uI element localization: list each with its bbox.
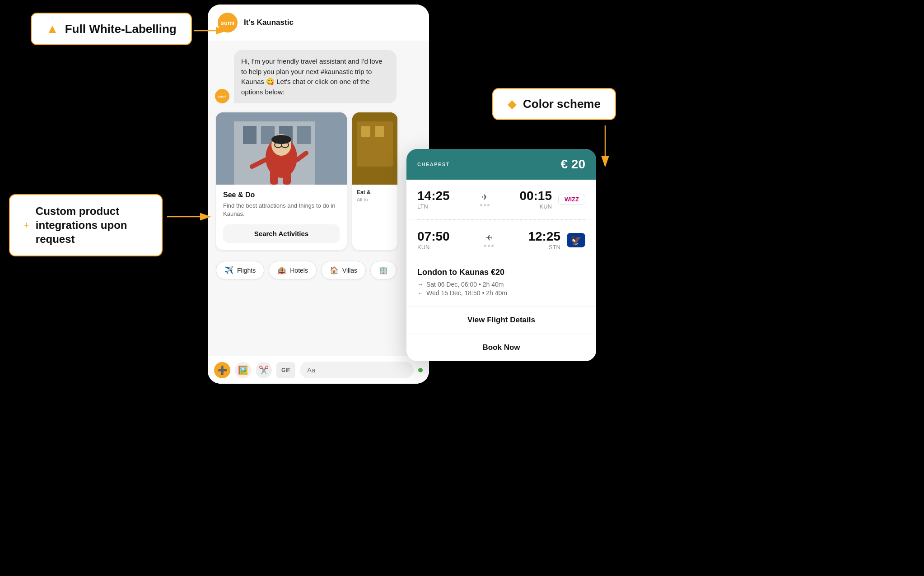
activity-card-partial-image [352, 112, 397, 185]
outbound-arrive-airport: KUN [516, 203, 552, 210]
flight-card-header: CHEAPEST € 20 [406, 149, 596, 180]
bot-avatar-small: sumi [215, 89, 229, 103]
chat-header: sumi It's Kaunastic [208, 5, 429, 41]
activity-card-body: See & Do Find the best attractions and t… [216, 185, 347, 250]
return-airline-logo: 🦅 [567, 233, 585, 247]
flight-arrow-return: ✈ [485, 233, 492, 243]
chat-input[interactable] [300, 362, 414, 378]
flights-icon: ✈️ [224, 266, 233, 274]
flight-arrow-outbound: ✈ [481, 192, 488, 202]
view-flight-details-button[interactable]: View Flight Details [406, 307, 596, 334]
cheapest-badge: CHEAPEST [417, 162, 450, 167]
hotels-label: Hotels [290, 267, 308, 274]
chat-input-bar: ➕ 🖼️ ✂️ GIF [208, 356, 429, 384]
add-button[interactable]: ➕ [214, 362, 230, 378]
image-button[interactable]: 🖼️ [235, 362, 251, 378]
flight-middle-return: ✈ [453, 233, 524, 247]
flight-return-detail: ← Wed 15 Dec, 18:50 • 2h 40m [417, 289, 585, 297]
activity-card-see-do: See & Do Find the best attractions and t… [216, 112, 347, 250]
flight-info-title: London to Kaunas €20 [417, 268, 585, 277]
outbound-depart-airport: LTN [417, 203, 453, 210]
bot-bubble: Hi, I'm your friendly travel assistant a… [234, 50, 397, 103]
flight-route-outbound: 14:25 LTN ✈ 00:15 KUN WIZZ [406, 180, 596, 219]
outbound-arrive-time: 00:15 [516, 189, 552, 203]
activity-card-partial-desc: All m [357, 197, 393, 202]
activity-card-title: See & Do [223, 191, 340, 199]
svg-rect-11 [270, 169, 278, 185]
outbound-depart-time: 14:25 [417, 189, 453, 203]
flight-outbound-detail: → Sat 06 Dec, 06:00 • 2h 40m [417, 281, 585, 288]
custom-product-badge: + Custom product integrations upon reque… [9, 194, 163, 256]
white-label-text: Full White-Labelling [65, 22, 177, 36]
svg-rect-12 [283, 169, 291, 185]
villas-label: Villas [342, 267, 357, 274]
bot-message-text: Hi, I'm your friendly travel assistant a… [241, 57, 383, 96]
activity-card-partial: Eat & All m [352, 112, 397, 250]
flights-label: Flights [237, 267, 256, 274]
svg-rect-6 [243, 126, 257, 144]
bot-message-row: sumi Hi, I'm your friendly travel assist… [215, 50, 422, 103]
flight-route-return: 07:50 KUN ✈ 12:25 STN 🦅 [406, 220, 596, 260]
svg-rect-22 [361, 126, 370, 137]
outbound-airline-logo: WIZZ [558, 194, 585, 205]
svg-point-17 [271, 135, 291, 144]
sticker-button[interactable]: ✂️ [256, 362, 272, 378]
flights-pill[interactable]: ✈️ Flights [216, 261, 264, 279]
activity-card-desc: Find the best attractions and things to … [223, 202, 340, 218]
return-arrive-time: 12:25 [524, 229, 560, 244]
activity-card-image [216, 112, 347, 185]
flight-middle-outbound: ✈ [453, 192, 516, 206]
online-status-dot [418, 368, 423, 372]
building-icon: 🏢 [379, 266, 388, 274]
flight-card-info: London to Kaunas €20 → Sat 06 Dec, 06:00… [406, 260, 596, 307]
villas-pill[interactable]: 🏠 Villas [321, 261, 366, 279]
villas-icon: 🏠 [330, 266, 339, 274]
color-scheme-text: Color scheme [523, 97, 601, 111]
book-now-button[interactable]: Book Now [406, 334, 596, 361]
activity-card-scroll[interactable]: See & Do Find the best attractions and t… [215, 111, 422, 252]
mountain-icon: ▲ [46, 22, 59, 36]
color-scheme-badge: ◆ Color scheme [492, 88, 616, 120]
quick-replies: ✈️ Flights 🏨 Hotels 🏠 Villas 🏢 [215, 259, 422, 281]
search-activities-button[interactable]: Search Activities [223, 224, 340, 243]
chat-body: sumi Hi, I'm your friendly travel assist… [208, 41, 429, 356]
avatar-text: sumi [221, 19, 234, 26]
flight-card-actions: View Flight Details Book Now [406, 307, 596, 361]
gif-button[interactable]: GIF [276, 362, 295, 378]
plus-icon: + [23, 219, 29, 231]
flight-card: CHEAPEST € 20 14:25 LTN ✈ 00:15 KUN [406, 149, 596, 361]
flight-price: € 20 [561, 157, 586, 172]
chat-title: It's Kaunastic [244, 18, 294, 27]
hotels-pill[interactable]: 🏨 Hotels [269, 261, 317, 279]
diamond-icon: ◆ [508, 97, 517, 111]
return-depart-time: 07:50 [417, 229, 453, 244]
svg-rect-9 [297, 126, 311, 144]
hotels-icon: 🏨 [277, 266, 286, 274]
white-label-badge: ▲ Full White-Labelling [31, 13, 192, 45]
more-pill[interactable]: 🏢 [370, 261, 397, 279]
return-arrive-airport: STN [524, 244, 560, 251]
activity-card-partial-title: Eat & [357, 189, 393, 195]
return-depart-airport: KUN [417, 244, 453, 251]
svg-rect-23 [375, 126, 384, 137]
avatar: sumi [218, 13, 238, 33]
custom-product-text: Custom product integrations upon request [36, 204, 148, 246]
chat-window: sumi It's Kaunastic sumi Hi, I'm your fr… [208, 5, 429, 384]
